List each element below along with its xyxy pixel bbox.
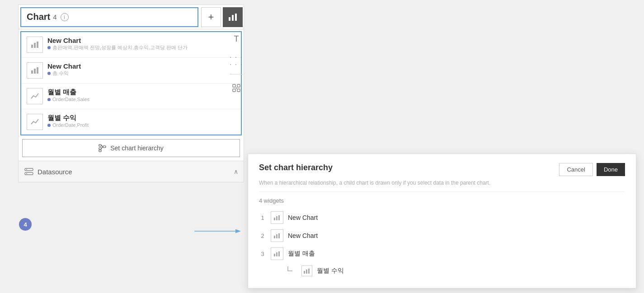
widget-name-2: New Chart <box>288 232 318 239</box>
svg-rect-21 <box>233 89 235 92</box>
svg-rect-6 <box>31 70 33 74</box>
chart-item-info-2: New Chart 총 수익 <box>47 62 235 77</box>
svg-rect-19 <box>233 84 235 87</box>
done-button[interactable]: Done <box>597 163 625 176</box>
svg-rect-16 <box>25 172 33 175</box>
chart-item-sub-4: OrderDate,Profit <box>47 122 235 128</box>
toolbar-divider <box>230 74 243 74</box>
chart-item-1[interactable]: New Chart 총판매액,판매액 전망,성장률 예상치,총수익,고객당 판매… <box>21 32 241 58</box>
widget-icon <box>232 84 241 93</box>
set-chart-hierarchy-button[interactable]: Set chart hierarchy <box>22 139 240 157</box>
datasource-label: Datasource <box>38 168 234 176</box>
chart-item-3[interactable]: 월별 매출 OrderDate,Sales <box>21 84 241 109</box>
right-toolbar: T · · ·· · · <box>225 29 248 98</box>
widgets-count: 4 widgets <box>259 197 625 204</box>
dialog-title: Set chart hierarchy <box>259 163 333 172</box>
text-icon: T <box>234 34 239 44</box>
dot-1 <box>47 46 51 49</box>
svg-line-14 <box>101 147 103 149</box>
svg-rect-10 <box>99 148 101 149</box>
widget-name-3: 월별 매출 <box>288 250 315 258</box>
svg-rect-28 <box>276 234 277 238</box>
datasource-section[interactable]: Datasource ∧ <box>19 161 244 182</box>
svg-rect-25 <box>276 216 277 220</box>
chart-item-info-1: New Chart 총판매액,판매액 전망,성장률 예상치,총수익,고객당 판매… <box>47 37 235 51</box>
svg-rect-34 <box>306 270 307 274</box>
arrow-connector <box>190 224 253 238</box>
widget-row-1: 1 New Chart <box>259 209 625 227</box>
widget-num-1: 1 <box>259 214 266 221</box>
dots-tool-button[interactable]: · · ·· · · <box>226 51 246 70</box>
svg-rect-30 <box>274 254 275 256</box>
svg-point-23 <box>236 88 237 89</box>
widget-row-3: 3 월별 매출 <box>259 245 625 263</box>
svg-rect-35 <box>308 269 310 274</box>
svg-rect-33 <box>304 271 305 274</box>
text-tool-button[interactable]: T <box>226 29 246 49</box>
widget-name-1: New Chart <box>288 214 318 221</box>
chart-item-sub-3: OrderDate,Sales <box>47 97 235 102</box>
chart-type-icon-button[interactable] <box>223 7 243 27</box>
svg-rect-32 <box>278 251 280 256</box>
dialog-description: When a hierarchical relationship, a chil… <box>259 180 625 186</box>
cancel-button[interactable]: Cancel <box>559 163 592 176</box>
dialog-divider <box>259 191 625 192</box>
svg-rect-27 <box>274 236 275 238</box>
chart-count: 4 <box>53 13 56 21</box>
svg-rect-8 <box>37 67 38 74</box>
chart-item-2[interactable]: New Chart 총 수익 <box>21 58 241 84</box>
datasource-icon <box>24 167 34 177</box>
chart-list: New Chart 총판매액,판매액 전망,성장률 예상치,총수익,고객당 판매… <box>20 31 242 135</box>
child-tree-icon <box>286 266 295 275</box>
svg-rect-20 <box>237 84 240 87</box>
svg-line-13 <box>101 145 103 147</box>
svg-rect-2 <box>235 14 237 21</box>
dot-4 <box>47 124 51 127</box>
widget-icon-4 <box>301 265 312 276</box>
info-icon[interactable]: i <box>61 13 69 21</box>
dots-icon: · · ·· · · <box>230 53 243 68</box>
chart-item-info-3: 월별 매출 OrderDate,Sales <box>47 88 235 102</box>
chart-title: Chart <box>27 12 50 22</box>
hierarchy-dialog: Set chart hierarchy Cancel Done When a h… <box>248 153 636 288</box>
chart-item-4[interactable]: 월별 수익 OrderDate,Profit <box>21 109 241 135</box>
dot-3 <box>47 98 51 101</box>
chart-bar-icon-2 <box>27 62 43 79</box>
dot-2 <box>47 72 51 75</box>
chart-item-sub-1: 총판매액,판매액 전망,성장률 예상치,총수익,고객당 판매 단가 <box>47 44 235 51</box>
svg-rect-1 <box>232 15 234 21</box>
svg-rect-4 <box>34 43 36 48</box>
svg-rect-11 <box>99 150 101 152</box>
svg-rect-7 <box>34 69 36 74</box>
widget-icon-2 <box>271 229 283 242</box>
add-chart-button[interactable]: + <box>201 7 221 27</box>
widget-tool-button[interactable] <box>226 78 246 98</box>
svg-rect-15 <box>25 168 33 171</box>
hierarchy-btn-label: Set chart hierarchy <box>110 144 164 152</box>
svg-point-17 <box>26 169 27 170</box>
chart-item-title-2: New Chart <box>47 62 235 70</box>
chart-line-icon-4 <box>27 114 43 130</box>
svg-rect-31 <box>276 252 277 256</box>
widget-row-4: 월별 수익 <box>259 263 625 279</box>
svg-rect-5 <box>37 42 38 48</box>
chart-item-title-1: New Chart <box>47 37 235 44</box>
svg-point-18 <box>26 173 27 174</box>
chart-item-info-4: 월별 수익 OrderDate,Profit <box>47 114 235 128</box>
dialog-header: Set chart hierarchy Cancel Done <box>259 163 625 176</box>
dialog-actions: Cancel Done <box>559 163 625 176</box>
svg-rect-12 <box>103 146 106 148</box>
widget-row-2: 2 New Chart <box>259 227 625 245</box>
chart-item-title-4: 월별 수익 <box>47 114 235 122</box>
badge-4: 4 <box>19 218 32 231</box>
svg-rect-22 <box>237 89 240 92</box>
datasource-chevron: ∧ <box>234 168 238 175</box>
panel-header: Chart 4 i + <box>19 5 244 29</box>
svg-rect-3 <box>31 45 33 48</box>
chart-item-title-3: 월별 매출 <box>47 88 235 97</box>
svg-rect-9 <box>99 144 101 146</box>
chart-item-sub-2: 총 수익 <box>47 70 235 77</box>
hierarchy-icon <box>99 144 107 152</box>
svg-rect-26 <box>278 215 280 220</box>
svg-rect-24 <box>274 218 275 220</box>
